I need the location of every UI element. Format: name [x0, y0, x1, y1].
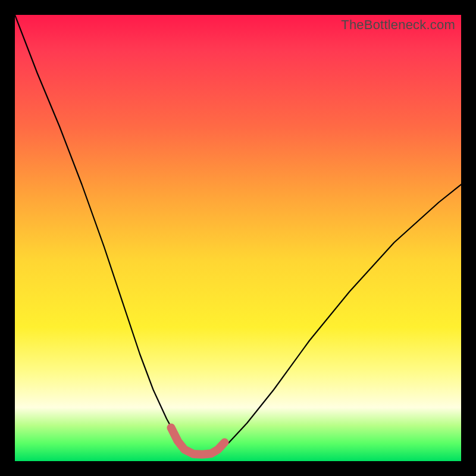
series-bottleneck-curve — [15, 15, 461, 455]
chart-frame: TheBottleneck.com — [15, 15, 461, 461]
watermark-text: TheBottleneck.com — [341, 17, 455, 33]
chart-svg — [15, 15, 461, 461]
series-valley-highlight — [171, 428, 225, 455]
